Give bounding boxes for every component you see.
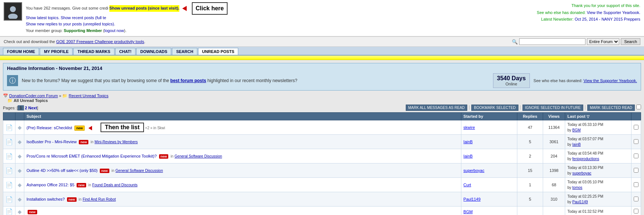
row-subject: Outline 4D >>50% off sale<< (only $50) n… bbox=[24, 163, 461, 178]
new-badge: new bbox=[28, 210, 37, 214]
row-cb bbox=[631, 120, 641, 135]
table-header-row: Subject Started by Replies Views Last po… bbox=[3, 113, 641, 120]
col-icon bbox=[3, 113, 15, 120]
header-left: You have 262 messages. Give out some cre… bbox=[4, 2, 228, 34]
in-text: in bbox=[170, 154, 173, 158]
row-star: ◆ bbox=[15, 207, 24, 215]
topic-link[interactable]: IsoBuster Pro - Mini-Review bbox=[27, 140, 77, 144]
row-checkbox[interactable] bbox=[634, 139, 638, 144]
supporter-yearbook-link2[interactable]: View the Supporter Yearbook. bbox=[584, 78, 637, 83]
search-button[interactable]: Search bbox=[621, 38, 640, 45]
category-link[interactable]: Find And Run Robot bbox=[82, 197, 116, 201]
mark-selected-read-button[interactable]: MARK SELECTED READ bbox=[587, 105, 635, 111]
new-badge: new bbox=[74, 126, 85, 131]
lastpost-author-link[interactable]: IainB bbox=[572, 142, 581, 147]
best-forum-posts-link[interactable]: best forum posts bbox=[170, 78, 206, 83]
search-input[interactable] bbox=[519, 38, 585, 45]
row-checkbox[interactable] bbox=[634, 197, 638, 201]
mark-all-read-button[interactable]: MARK ALL MESSAGES AS READ bbox=[406, 105, 468, 111]
tab-unread-posts[interactable]: UNREAD POSTS bbox=[198, 48, 238, 55]
tab-downloads[interactable]: DOWNLOADS bbox=[136, 48, 171, 55]
unread-posts-link[interactable]: Show unread posts (since last visit). bbox=[109, 5, 179, 12]
author-link[interactable]: Paul1149 bbox=[464, 197, 481, 201]
author-link[interactable]: BGM bbox=[464, 209, 473, 214]
tab-my-profile[interactable]: MY PROFILE bbox=[40, 48, 73, 55]
topic-icon: 📄 bbox=[6, 168, 13, 174]
tab-forum-home[interactable]: FORUM HOME bbox=[3, 48, 39, 55]
logout-link[interactable]: logout now bbox=[105, 28, 124, 33]
avatar bbox=[4, 2, 22, 21]
new-badge: new bbox=[159, 154, 169, 159]
topic-link[interactable]: Pros/Cons re Microsoft EMET (Enhanced Mi… bbox=[27, 154, 157, 158]
goe-link[interactable]: GOE 2007 Freeware Challenge productivity… bbox=[56, 39, 144, 44]
lastpost-info: Today at 03:57:07 PMby IainB bbox=[567, 136, 629, 147]
lastpost-author-link[interactable]: tomos bbox=[572, 186, 582, 190]
in-text: in bbox=[112, 169, 115, 173]
category-link[interactable]: General Software Discussion bbox=[116, 169, 163, 173]
lastpost-author-link[interactable]: BGM bbox=[572, 128, 581, 132]
topic-link[interactable]: Ashampoo Office 2012: $5 bbox=[27, 183, 74, 187]
table-row: 📄 ◆ Installation switches? new in Find A… bbox=[3, 192, 641, 207]
bc-icon-section: 📁 bbox=[62, 94, 67, 98]
table-row: 📄 ◆ IsoBuster Pro - Mini-Review new in M… bbox=[3, 135, 641, 149]
supporter-yearbook-link[interactable]: View the Supporter Yearbook. bbox=[587, 10, 640, 15]
lastpost-info: Today at 02:25:25 PMby Paul1149 bbox=[567, 194, 629, 205]
row-cb bbox=[631, 163, 641, 178]
page-2-link[interactable]: 2 bbox=[25, 106, 27, 110]
diamond-icon: ◆ bbox=[18, 196, 22, 202]
author-link[interactable]: IainB bbox=[464, 140, 473, 144]
tab-search[interactable]: SEARCH bbox=[172, 48, 197, 55]
row-checkbox[interactable] bbox=[634, 168, 638, 173]
latest-topics-link[interactable]: Show latest topics. bbox=[26, 15, 60, 20]
col-lastpost[interactable]: Last post ▽ bbox=[565, 113, 631, 120]
ignore-selected-button[interactable]: IGNORE SELECTED IN FUTURE bbox=[522, 105, 583, 111]
topic-link[interactable]: (Pre) Release: sChecklist bbox=[27, 126, 72, 130]
row-views: 11364 bbox=[543, 120, 565, 135]
new-replies-link[interactable]: Show new replies to your posts (unreplie… bbox=[26, 22, 115, 26]
row-icon: 📄 bbox=[3, 163, 15, 178]
next-page-link[interactable]: Next bbox=[28, 106, 37, 110]
author-link[interactable]: skwire bbox=[464, 125, 475, 130]
row-checkbox[interactable] bbox=[634, 182, 638, 187]
select-all-checkbox[interactable] bbox=[636, 105, 641, 109]
row-started-by: IainB bbox=[461, 135, 517, 149]
tab-chat[interactable]: CHAT! bbox=[115, 48, 136, 55]
bc-section-link[interactable]: Recent Unread Topics bbox=[68, 94, 108, 98]
headline-text: New to the forums? May we suggest that y… bbox=[22, 78, 489, 83]
forum-table: Subject Started by Replies Views Last po… bbox=[3, 112, 641, 215]
lastpost-author-link[interactable]: superboyac bbox=[572, 171, 591, 175]
lastpost-author-link[interactable]: fenixproductions bbox=[572, 157, 599, 161]
row-cb bbox=[631, 207, 641, 215]
row-checkbox[interactable] bbox=[634, 154, 638, 158]
row-replies: 15 bbox=[517, 163, 543, 178]
tab-thread-marks[interactable]: THREAD MARKS bbox=[73, 48, 114, 55]
category-link[interactable]: Found Deals and Discounts bbox=[92, 183, 138, 187]
row-checkbox[interactable] bbox=[634, 125, 638, 130]
current-page: 1 bbox=[18, 105, 24, 110]
author-link[interactable]: IainB bbox=[464, 154, 473, 158]
table-row: 📄 ◆ Outline 4D >>50% off sale<< (only $5… bbox=[3, 163, 641, 178]
author-link[interactable]: superboyac bbox=[464, 168, 485, 173]
bc-site-link[interactable]: DonationCoder.com Forum bbox=[9, 94, 58, 98]
row-checkbox[interactable] bbox=[634, 209, 638, 214]
pages-bar: Pages: [1 2 Next] MARK ALL MESSAGES AS R… bbox=[3, 105, 641, 111]
topic-icon: 📄 bbox=[6, 124, 13, 131]
category-link[interactable]: General Software Discussion bbox=[175, 154, 222, 158]
topic-link[interactable]: Installation switches? bbox=[27, 197, 65, 201]
row-cb bbox=[631, 149, 641, 163]
row-star: ◆ bbox=[15, 120, 24, 135]
row-icon: 📄 bbox=[3, 207, 15, 215]
new-badge: new bbox=[77, 183, 86, 187]
yellow-highlight-bar bbox=[0, 56, 644, 60]
recent-posts-link[interactable]: Show recent posts (full te bbox=[61, 15, 106, 20]
newsletter-line: Latest Newsletter: Oct 25, 2014 - NANY 2… bbox=[537, 16, 640, 23]
category-link[interactable]: Mini-Reviews by Members bbox=[95, 140, 138, 144]
row-replies: 5 bbox=[517, 192, 543, 207]
author-link[interactable]: Curt bbox=[464, 183, 471, 187]
newsletter-link[interactable]: Oct 25, 2014 - NANY 2015 Preppers bbox=[575, 17, 640, 21]
topic-link[interactable]: Outline 4D >>50% off sale<< (only $50) bbox=[27, 168, 98, 173]
lastpost-author-link[interactable]: Paul1149 bbox=[572, 200, 588, 204]
search-scope-select[interactable]: Entire Forum bbox=[587, 38, 619, 45]
info-icon: ⓘ bbox=[9, 76, 16, 85]
bookmark-selected-button[interactable]: BOOKMARK SELECTED bbox=[471, 105, 518, 111]
